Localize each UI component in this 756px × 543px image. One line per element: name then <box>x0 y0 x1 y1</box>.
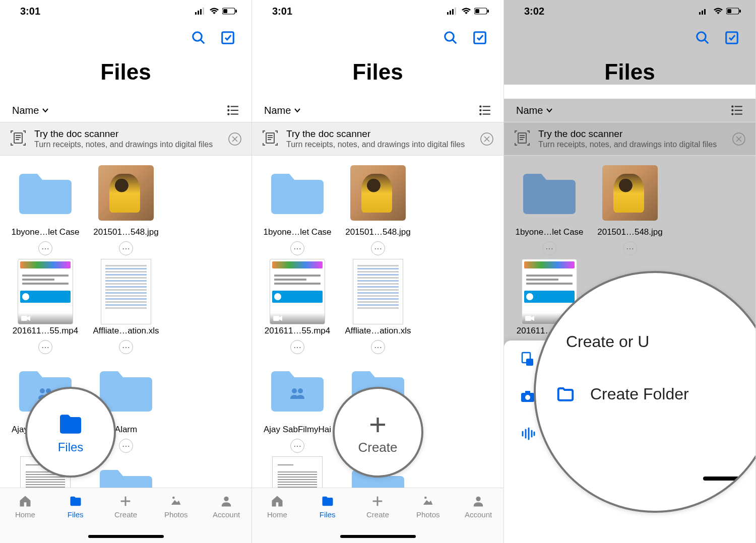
more-icon[interactable]: ⋯ <box>119 241 133 255</box>
more-icon[interactable]: ⋯ <box>290 241 304 255</box>
search-icon[interactable] <box>695 30 710 45</box>
svg-point-87 <box>525 395 530 400</box>
zoom-files-tab: Files <box>25 387 116 478</box>
more-icon[interactable]: ⋯ <box>371 241 385 255</box>
svg-rect-62 <box>699 12 701 15</box>
svg-point-30 <box>224 497 228 501</box>
svg-rect-88 <box>525 391 530 393</box>
tab-home[interactable]: Home <box>5 494 45 519</box>
tab-photos[interactable]: Photos <box>408 494 448 519</box>
tabbar: Home Files Create Photos Account <box>0 488 251 543</box>
banner-subtitle: Turn receipts, notes, and drawings into … <box>34 140 220 149</box>
image-tile[interactable]: 201501…548.jpg ⋯ <box>590 163 670 255</box>
svg-rect-68 <box>739 10 741 13</box>
file-grid: 1byone…let Case ⋯ 201501…548.jpg ⋯ 20161… <box>0 156 251 543</box>
view-list-icon[interactable] <box>730 104 743 117</box>
page-title: Files <box>10 59 241 85</box>
more-icon[interactable]: ⋯ <box>623 241 637 255</box>
more-icon[interactable]: ⋯ <box>38 340 52 354</box>
image-tile[interactable]: 201501…548.jpg ⋯ <box>86 163 166 255</box>
search-icon[interactable] <box>191 30 206 45</box>
xls-tile[interactable]: Affliate…ation.xls ⋯ <box>338 261 418 354</box>
svg-point-29 <box>172 497 175 499</box>
battery-icon <box>726 8 741 15</box>
sort-button[interactable]: Name <box>12 105 49 116</box>
plus-icon: + <box>369 410 387 440</box>
more-icon[interactable]: ⋯ <box>371 340 385 354</box>
sheet-create-folder[interactable]: Create Folder <box>536 375 756 413</box>
more-icon[interactable]: ⋯ <box>119 439 133 453</box>
svg-rect-34 <box>455 8 456 15</box>
view-list-icon[interactable] <box>478 104 491 117</box>
banner-title: Try the doc scanner <box>34 128 220 140</box>
doc-scanner-banner[interactable]: Try the doc scanner Turn receipts, notes… <box>252 122 503 156</box>
tab-files[interactable]: Files <box>307 494 348 519</box>
close-icon[interactable] <box>479 131 494 147</box>
folder-icon <box>56 410 85 438</box>
page-title: Files <box>514 59 745 85</box>
svg-point-61 <box>476 497 480 501</box>
svg-rect-21 <box>21 316 27 321</box>
svg-point-69 <box>697 32 706 41</box>
shared-folder-tile[interactable]: Ajay SabFilmyHai ⋯ <box>257 360 338 453</box>
svg-rect-13 <box>231 110 238 111</box>
more-icon[interactable]: ⋯ <box>290 439 304 453</box>
banner-title: Try the doc scanner <box>286 128 472 140</box>
more-icon[interactable]: ⋯ <box>542 241 556 255</box>
tab-files[interactable]: Files <box>55 494 96 519</box>
svg-rect-73 <box>735 106 742 107</box>
banner-subtitle: Turn receipts, notes, and drawings into … <box>538 140 724 149</box>
view-list-icon[interactable] <box>226 104 239 117</box>
doc-scanner-banner[interactable]: Try the doc scanner Turn receipts, notes… <box>0 122 251 156</box>
close-icon[interactable] <box>731 131 746 147</box>
tab-create[interactable]: Create <box>105 494 146 519</box>
select-icon[interactable] <box>220 30 235 45</box>
sheet-create-or-upload[interactable]: Create or U <box>536 323 756 360</box>
svg-point-7 <box>193 32 202 41</box>
search-icon[interactable] <box>443 30 458 45</box>
image-tile[interactable]: 201501…548.jpg ⋯ <box>338 163 418 255</box>
close-icon[interactable] <box>227 131 242 147</box>
tab-home[interactable]: Home <box>257 494 297 519</box>
select-icon[interactable] <box>472 30 487 45</box>
more-icon[interactable]: ⋯ <box>119 340 133 354</box>
page-title: Files <box>262 59 493 85</box>
home-indicator[interactable] <box>88 535 164 538</box>
sort-row: Name <box>504 99 755 122</box>
video-tile[interactable]: 201611…55.mp4 ⋯ <box>257 261 338 354</box>
tabbar: Home Files Create Photos Account <box>252 488 503 543</box>
doc-scanner-banner[interactable]: Try the doc scanner Turn receipts, notes… <box>504 122 755 156</box>
tab-photos[interactable]: Photos <box>156 494 196 519</box>
svg-rect-65 <box>707 8 708 15</box>
folder-tile[interactable]: 1byone…let Case ⋯ <box>509 163 590 255</box>
xls-tile[interactable]: Affliate…ation.xls ⋯ <box>86 261 166 354</box>
svg-point-14 <box>227 113 229 115</box>
home-indicator[interactable] <box>340 535 416 538</box>
tab-account[interactable]: Account <box>458 494 498 519</box>
video-tile[interactable]: 201611…55.mp4 ⋯ <box>5 261 86 354</box>
svg-rect-0 <box>195 12 197 15</box>
svg-rect-77 <box>735 114 742 115</box>
sort-button[interactable]: Name <box>516 105 553 116</box>
more-icon[interactable]: ⋯ <box>290 340 304 354</box>
folder-tile[interactable]: 1byone…let Case ⋯ <box>5 163 86 255</box>
svg-rect-52 <box>273 316 279 321</box>
svg-line-8 <box>201 40 205 44</box>
svg-point-38 <box>445 32 454 41</box>
folder-tile[interactable]: 1byone…let Case ⋯ <box>257 163 338 255</box>
audio-wave-icon <box>520 426 535 441</box>
select-icon[interactable] <box>724 30 739 45</box>
svg-point-12 <box>227 109 229 111</box>
wifi-icon <box>461 8 471 15</box>
svg-rect-67 <box>727 9 731 13</box>
tab-account[interactable]: Account <box>206 494 246 519</box>
screenshot-3: 3:02 Files Name Try the doc scanner Turn… <box>504 0 756 543</box>
more-icon[interactable]: ⋯ <box>38 241 52 255</box>
folder-outline-icon <box>556 384 575 403</box>
chevron-down-icon <box>294 107 301 114</box>
tab-create[interactable]: Create <box>357 494 398 519</box>
sort-button[interactable]: Name <box>264 105 301 116</box>
wifi-icon <box>209 8 219 15</box>
svg-rect-85 <box>526 359 533 366</box>
svg-point-76 <box>731 113 733 115</box>
